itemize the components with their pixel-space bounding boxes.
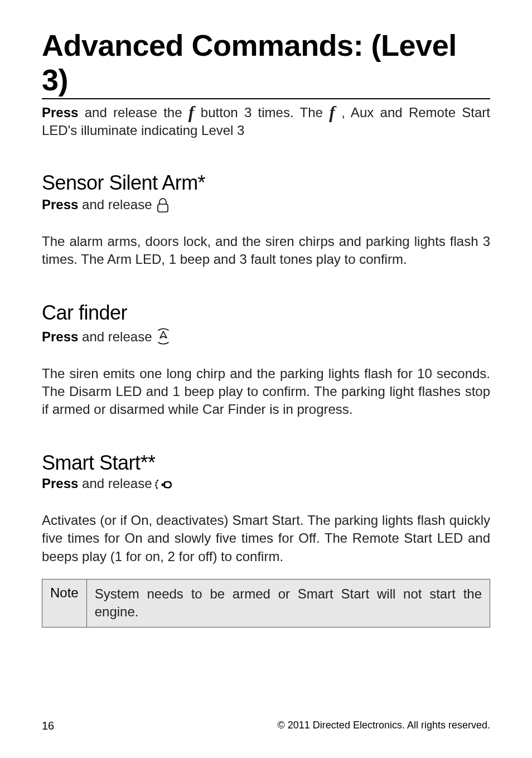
section-heading: Smart Start** [42,451,490,475]
press-rest: and release [78,476,152,491]
note-body: System needs to be armed or Smart Start … [87,580,490,627]
page-footer: 16 © 2011 Directed Electronics. All righ… [42,720,490,732]
press-bold: Press [42,476,78,491]
note-box: Note System needs to be armed or Smart S… [42,579,490,627]
signal-icon [155,327,172,346]
intro-paragraph: Press and release the f button 3 times. … [42,104,490,140]
svg-rect-0 [158,204,168,212]
press-bold: Press [42,197,78,212]
lock-icon [155,197,171,214]
press-bold: Press [42,329,78,344]
page-title: Advanced Commands: (Level 3) [42,28,490,99]
press-instruction: Press and release [42,326,490,345]
section-body: The siren emits one long chirp and the p… [42,365,490,419]
remote-start-icon [155,477,173,493]
section-car-finder: Car finder Press and release The siren e… [42,301,490,419]
section-heading: Car finder [42,301,490,325]
intro-text-2: button 3 times. The [195,105,330,120]
section-heading: Sensor Silent Arm* [42,171,490,195]
press-instruction: Press and release [42,196,490,213]
intro-text-1: and release the [78,105,188,120]
section-sensor-silent-arm: Sensor Silent Arm* Press and release The… [42,171,490,269]
note-label: Note [42,580,87,627]
copyright-text: © 2011 Directed Electronics. All rights … [278,720,490,732]
press-rest: and release [78,197,152,212]
page-number: 16 [42,720,54,732]
press-rest: and release [78,329,152,344]
section-smart-start: Smart Start** Press and release Activate… [42,451,490,627]
press-instruction: Press and release [42,476,490,491]
section-body: The alarm arms, doors lock, and the sire… [42,233,490,269]
intro-press: Press [42,105,78,120]
section-body: Activates (or if On, deactivates) Smart … [42,511,490,566]
